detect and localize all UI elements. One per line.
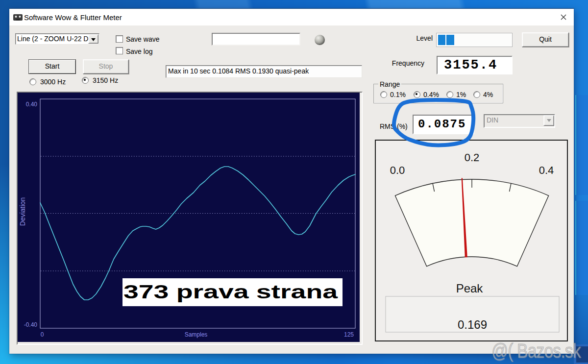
svg-text:0.0: 0.0 bbox=[390, 164, 405, 176]
svg-text:0.169: 0.169 bbox=[458, 318, 487, 331]
svg-text:-0.40: -0.40 bbox=[24, 321, 38, 328]
svg-text:0.40: 0.40 bbox=[26, 101, 38, 108]
svg-text:0.4: 0.4 bbox=[539, 164, 554, 176]
svg-text:0: 0 bbox=[41, 331, 44, 338]
svg-text:373 prava strana: 373 prava strana bbox=[123, 282, 338, 302]
svg-text:Samples: Samples bbox=[185, 331, 208, 338]
svg-text:0.2: 0.2 bbox=[465, 151, 480, 164]
svg-text:Peak: Peak bbox=[456, 282, 484, 295]
svg-text:125: 125 bbox=[344, 331, 354, 338]
svg-text:Deviation: Deviation bbox=[19, 197, 26, 226]
